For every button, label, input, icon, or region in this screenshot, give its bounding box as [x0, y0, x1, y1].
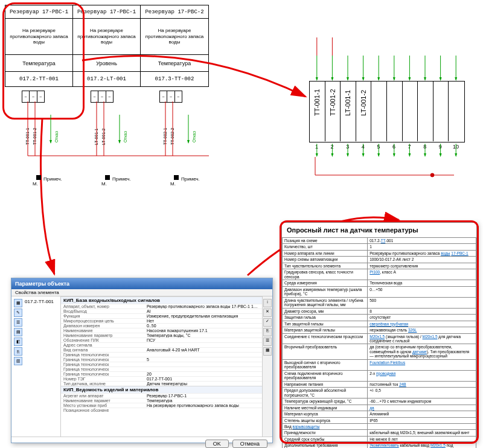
property-value[interactable]: На резервуаре противопожарного запаса во… — [144, 403, 262, 408]
property-row[interactable]: Граница технологическ — [61, 362, 262, 366]
group-header-1[interactable]: КИП_База входных/выходных сигналов — [61, 296, 262, 304]
dialog-title[interactable]: Параметры объекта — [11, 278, 272, 289]
property-row[interactable]: Диапазон измерен0..50 — [61, 323, 262, 328]
property-value[interactable] — [144, 353, 262, 357]
properties-dialog[interactable]: Параметры объекта Свойства элемента ▦ ✎ … — [11, 278, 273, 443]
dialog-buttonbar: OK Отмена — [11, 437, 272, 448]
property-row[interactable]: Граница технологическ — [61, 352, 262, 357]
pid-tag-0: 017.2-TT-001 — [5, 72, 73, 86]
side-icon[interactable]: ☰ — [263, 338, 272, 346]
property-row[interactable]: Граница технологическ5 — [61, 357, 262, 362]
property-key: Граница технологическ — [61, 353, 144, 357]
property-row[interactable]: Граница технологическ — [61, 366, 262, 371]
spec-value: 1000/10-017.2-АК лист 2 — [368, 257, 476, 263]
property-row[interactable]: Аппарат, объект, номерРезервуар противоп… — [61, 304, 262, 309]
spec-key: Тип чувствительного элемента — [283, 263, 368, 269]
jbox-terminal: 4 — [356, 144, 371, 150]
property-row[interactable]: Агрегат или аппаратРезервуар 17-РВС-1 — [61, 393, 262, 398]
property-value[interactable]: Резервуар противопожарного запаса воды 1… — [144, 304, 262, 309]
tool-icon[interactable]: ◧ — [14, 338, 22, 346]
property-row[interactable]: Микропроцессорная цепьНет — [61, 318, 262, 323]
ok-button[interactable]: OK — [205, 440, 229, 448]
spec-row: Температура окружающей среды, °C-60…+70 … — [283, 398, 476, 405]
spec-row: Позиция на схеме017.2-TT-001 — [283, 238, 476, 244]
property-row[interactable]: НаименованиеНасосная пожаротушения 17.1 — [61, 328, 262, 333]
terminal-block: ~~~ — [159, 91, 182, 103]
cancel-button[interactable]: Отмена — [232, 440, 267, 448]
property-value[interactable] — [144, 367, 262, 371]
spec-row: Количество, шт1 — [283, 244, 476, 250]
side-icon[interactable]: ↕ — [263, 299, 272, 307]
tree-node[interactable]: 017.2-TT-001 — [22, 299, 54, 434]
pid-desc-0: На резервуаре противопожарного запаса во… — [5, 19, 73, 55]
group-header-2[interactable]: КИП_Ведомость изделий и материалов — [61, 386, 262, 393]
spec-row: Напряжение питанияпостоянный ток 24В — [283, 381, 476, 387]
property-value[interactable]: ПСУ — [144, 338, 262, 342]
dialog-tree[interactable]: ▦ ✎ ☰ ▤ ◧ ⎘ ▥ 017.2-TT-001 — [11, 296, 61, 437]
property-row[interactable]: Наименование параметТемпература — [61, 398, 262, 403]
property-value[interactable]: AI — [144, 309, 262, 313]
property-value[interactable]: Температура — [144, 398, 262, 403]
tool-icon[interactable]: ▦ — [14, 299, 22, 307]
property-row[interactable]: Обозначение ПЛКПСУ — [61, 338, 262, 342]
property-value[interactable] — [144, 343, 262, 347]
property-row[interactable]: Адрес сигнала — [61, 342, 262, 347]
property-row[interactable]: Позиционное обозначе — [61, 408, 262, 412]
jbox-terminal: 5 — [371, 144, 386, 150]
tool-icon[interactable]: ▤ — [14, 328, 22, 336]
property-value[interactable]: Датчик температуры — [144, 382, 262, 386]
pid-row-titles: Резервуар 17-РВС-1 Резервуар 17-РВС-1 Ре… — [5, 5, 208, 19]
property-value[interactable] — [144, 408, 262, 412]
property-row[interactable]: Место установки прибНа резервуаре против… — [61, 403, 262, 408]
pid-row-tag: 017.2-TT-001 017.2-LT-001 017.3-TT-002 — [5, 72, 208, 86]
side-icon[interactable]: ▦ — [263, 347, 272, 356]
pid-table: Резервуар 17-РВС-1 Резервуар 17-РВС-1 Ре… — [5, 5, 209, 87]
spec-row: Материал корпусаАлюминий — [283, 411, 476, 417]
property-value[interactable]: 0..50 — [144, 324, 262, 328]
property-value[interactable]: Нет — [144, 319, 262, 323]
property-key: Диапазон измерен — [61, 324, 144, 328]
property-grid[interactable]: КИП_База входных/выходных сигналов Аппар… — [61, 296, 262, 437]
property-row[interactable]: Номер ТЭГ017.2-TT-001 — [61, 376, 262, 381]
property-row[interactable]: Тип датчика, исполнеДатчик температуры — [61, 381, 262, 386]
spec-value: Не менее 8 лет — [368, 436, 476, 442]
property-row[interactable]: Наименование параметрТемпература воды, °… — [61, 333, 262, 338]
spec-sheet[interactable]: Опросный лист на датчик температуры Пози… — [281, 222, 477, 442]
spec-value: да — [368, 405, 476, 411]
property-value[interactable]: Насосная пожаротушения 17.1 — [144, 328, 262, 333]
property-value[interactable]: Аналоговый 4-20 мА HART — [144, 348, 262, 352]
property-value[interactable]: 20 — [144, 372, 262, 376]
junction-box: TT-001-1TT-001-2LT-001-1LT-001-2 1234567… — [309, 64, 464, 157]
property-row[interactable]: Вход/ВыходAI — [61, 309, 262, 313]
tool-icon[interactable]: ▥ — [14, 357, 22, 365]
property-key: Вид сигнала — [61, 348, 144, 352]
tree-toolbar[interactable]: ▦ ✎ ☰ ▤ ◧ ⎘ ▥ — [14, 299, 22, 434]
spec-key: Среда измерения — [283, 280, 368, 286]
spec-row: Номер схемы автоматизации1000/10-017.2-А… — [283, 257, 476, 263]
property-value[interactable]: Резервуар 17-РВС-1 — [144, 394, 262, 398]
property-row[interactable]: Граница технологическ20 — [61, 371, 262, 376]
property-value[interactable] — [144, 362, 262, 366]
tool-icon[interactable]: ✎ — [14, 309, 22, 317]
spec-row: Дополнительные требованияУкомплектовать … — [283, 443, 476, 448]
spec-row: Тип защитной гильзысверлёная трубчатая — [283, 321, 476, 327]
property-row[interactable]: ФункцияИзмерение, предупредительная сигн… — [61, 313, 262, 318]
tool-icon[interactable]: ☰ — [14, 318, 22, 327]
property-value[interactable]: Температура воды, °C — [144, 333, 262, 338]
spec-value: отсутствует — [368, 315, 476, 321]
note-label: Примеч. — [112, 176, 131, 182]
property-key: Граница технологическ — [61, 367, 144, 371]
spec-row: Степень защиты корпусаIP65 — [283, 417, 476, 423]
dialog-side-toolbar[interactable]: ↕ ✕ ✓ ⎘ ☰ ▦ — [262, 296, 272, 437]
side-icon[interactable]: ⎘ — [263, 328, 272, 336]
spec-key: Номер аппарата или линии — [283, 250, 368, 256]
side-icon[interactable]: ✕ — [263, 309, 272, 317]
property-key: Аппарат, объект, номер — [61, 304, 144, 309]
property-row[interactable]: Вид сигналаАналоговый 4-20 мА HART — [61, 347, 262, 352]
property-value[interactable]: 5 — [144, 357, 262, 362]
tool-icon[interactable]: ⎘ — [14, 347, 22, 356]
property-value[interactable]: 017.2-TT-001 — [144, 377, 262, 381]
property-value[interactable]: Измерение, предупредительная сигнализаци… — [144, 314, 262, 318]
spec-key: Средний срок службы — [283, 436, 368, 442]
side-icon[interactable]: ✓ — [263, 318, 272, 327]
